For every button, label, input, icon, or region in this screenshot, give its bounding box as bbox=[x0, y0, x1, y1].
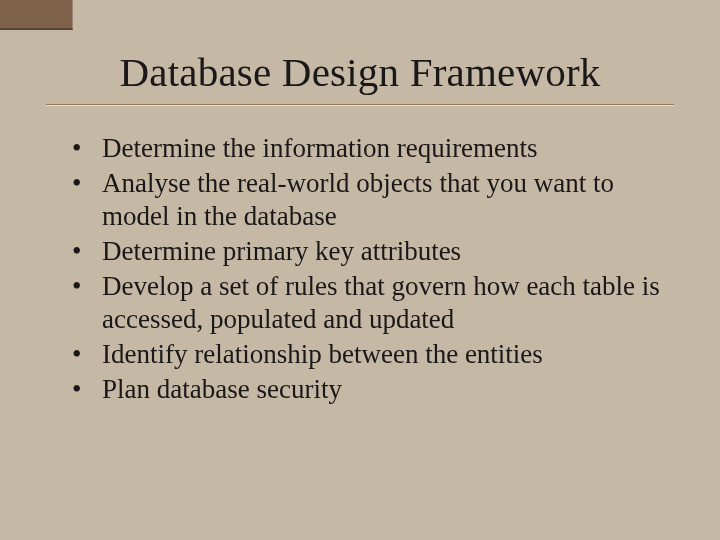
slide-content: Determine the information requirements A… bbox=[0, 106, 720, 406]
list-item: Analyse the real-world objects that you … bbox=[66, 167, 660, 233]
corner-decoration bbox=[0, 0, 73, 30]
list-item: Develop a set of rules that govern how e… bbox=[66, 270, 660, 336]
list-item: Identify relationship between the entiti… bbox=[66, 338, 660, 371]
list-item: Plan database security bbox=[66, 373, 660, 406]
slide: Database Design Framework Determine the … bbox=[0, 0, 720, 540]
list-item: Determine primary key attributes bbox=[66, 235, 660, 268]
list-item: Determine the information requirements bbox=[66, 132, 660, 165]
bullet-list: Determine the information requirements A… bbox=[66, 132, 660, 406]
slide-title: Database Design Framework bbox=[0, 0, 720, 102]
